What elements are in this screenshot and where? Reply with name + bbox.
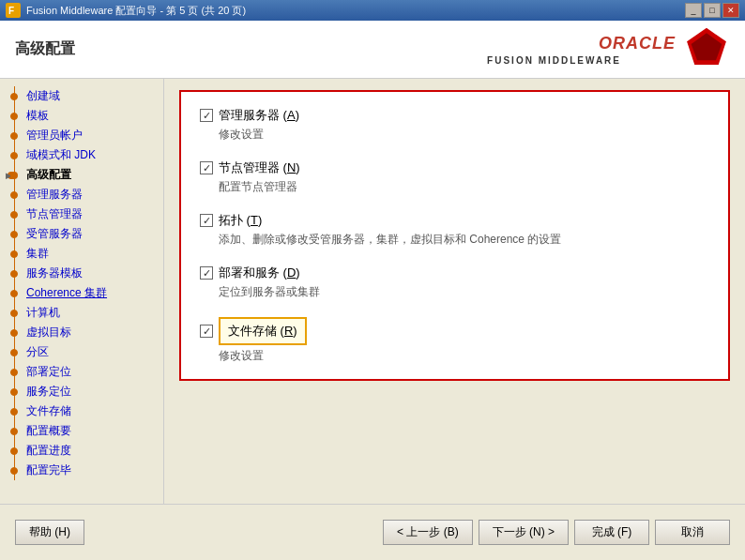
options-box: 管理服务器 (A) 修改设置 节点管理器 (N) 配置节点管理器 bbox=[179, 90, 730, 381]
page-title: 高级配置 bbox=[15, 39, 75, 59]
checkbox-deploy-service[interactable] bbox=[200, 266, 213, 280]
oracle-brand: ORACLE FUSION MIDDLEWARE bbox=[487, 26, 730, 73]
content-area: 创建域 模板 管理员帐户 域模式和 JDK bbox=[0, 79, 745, 504]
sidebar-item-label: Coherence 集群 bbox=[26, 285, 107, 301]
option-admin-server-label: 管理服务器 (A) bbox=[219, 107, 299, 124]
option-header: 拓扑 (T) bbox=[200, 212, 709, 229]
sidebar-item-label: 服务定位 bbox=[26, 384, 71, 400]
app-icon: F bbox=[6, 3, 21, 18]
bottom-left: 帮助 (H) bbox=[15, 520, 84, 545]
option-file-store-desc: 修改设置 bbox=[219, 348, 709, 364]
sidebar-item-config-summary[interactable]: 配置概要 bbox=[0, 421, 163, 441]
option-topology-desc: 添加、删除或修改受管服务器，集群，虚拟目标和 Coherence 的设置 bbox=[219, 232, 709, 248]
sidebar-item-label: 创建域 bbox=[26, 88, 60, 104]
sidebar-item-service-targeting[interactable]: 服务定位 bbox=[0, 382, 163, 401]
sidebar-item-partition[interactable]: 分区 bbox=[0, 342, 163, 362]
checkbox-file-store[interactable] bbox=[200, 325, 213, 338]
sidebar-item-label: 文件存储 bbox=[26, 403, 71, 419]
sidebar-item-label: 配置完毕 bbox=[26, 462, 71, 478]
bottom-bar: 帮助 (H) < 上一步 (B) 下一步 (N) > 完成 (F) 取消 bbox=[0, 504, 745, 560]
sidebar-item-label: 域模式和 JDK bbox=[26, 147, 96, 163]
sidebar-item-label: 计算机 bbox=[26, 305, 60, 321]
sidebar-item-label: 管理服务器 bbox=[26, 187, 83, 203]
sidebar-item-templates[interactable]: 模板 bbox=[0, 106, 163, 126]
sidebar-item-label: 受管服务器 bbox=[26, 226, 83, 242]
sidebar-item-node-manager[interactable]: 节点管理器 bbox=[0, 204, 163, 224]
title-bar-text: Fusion Middleware 配置向导 - 第 5 页 (共 20 页) bbox=[26, 4, 246, 18]
svg-text:F: F bbox=[8, 6, 14, 16]
close-button[interactable]: ✕ bbox=[722, 3, 739, 18]
sidebar-item-label: 配置概要 bbox=[26, 423, 71, 439]
sidebar-item-file-store[interactable]: 文件存储 bbox=[0, 401, 163, 421]
oracle-pentagon-icon bbox=[683, 26, 730, 73]
option-header: 部署和服务 (D) bbox=[200, 265, 709, 281]
option-file-store-highlight: 文件存储 (R) bbox=[219, 317, 307, 345]
sidebar-item-label: 服务器模板 bbox=[26, 265, 83, 281]
sidebar-item-label: 节点管理器 bbox=[26, 206, 83, 222]
checkbox-topology[interactable] bbox=[200, 214, 213, 227]
sidebar-item-admin-account[interactable]: 管理员帐户 bbox=[0, 126, 163, 145]
bottom-right: < 上一步 (B) 下一步 (N) > 完成 (F) 取消 bbox=[383, 520, 730, 545]
header: 高级配置 ORACLE FUSION MIDDLEWARE bbox=[0, 21, 745, 79]
sidebar-item-config-complete[interactable]: 配置完毕 bbox=[0, 461, 163, 480]
option-file-store: 文件存储 (R) 修改设置 bbox=[200, 317, 709, 364]
option-header: 管理服务器 (A) bbox=[200, 107, 709, 124]
option-node-manager: 节点管理器 (N) 配置节点管理器 bbox=[200, 159, 709, 195]
sidebar-item-label: 集群 bbox=[26, 246, 49, 262]
sidebar-item-managed-server[interactable]: 受管服务器 bbox=[0, 224, 163, 244]
sidebar-item-cluster[interactable]: 集群 bbox=[0, 244, 163, 264]
maximize-button[interactable]: □ bbox=[704, 3, 721, 18]
option-admin-server: 管理服务器 (A) 修改设置 bbox=[200, 107, 709, 143]
option-deploy-service-desc: 定位到服务器或集群 bbox=[219, 284, 709, 300]
sidebar-item-deployment-targeting[interactable]: 部署定位 bbox=[0, 362, 163, 382]
sidebar-item-machine[interactable]: 计算机 bbox=[0, 303, 163, 323]
sidebar-item-label: 管理员帐户 bbox=[26, 128, 83, 144]
title-bar-left: F Fusion Middleware 配置向导 - 第 5 页 (共 20 页… bbox=[6, 3, 246, 18]
main-window: 高级配置 ORACLE FUSION MIDDLEWARE bbox=[0, 21, 745, 560]
cancel-button[interactable]: 取消 bbox=[655, 520, 730, 545]
option-deploy-service-label: 部署和服务 (D) bbox=[219, 265, 300, 281]
oracle-text: ORACLE bbox=[599, 34, 676, 53]
oracle-logo: ORACLE FUSION MIDDLEWARE bbox=[487, 26, 730, 73]
sidebar-item-virtual-target[interactable]: 虚拟目标 bbox=[0, 323, 163, 342]
sidebar-item-domain-jdk[interactable]: 域模式和 JDK bbox=[0, 145, 163, 165]
option-node-manager-desc: 配置节点管理器 bbox=[219, 179, 709, 195]
sidebar-item-label: 模板 bbox=[26, 108, 49, 124]
sidebar-item-server-template[interactable]: 服务器模板 bbox=[0, 264, 163, 283]
minimize-button[interactable]: _ bbox=[685, 3, 702, 18]
main-content: 管理服务器 (A) 修改设置 节点管理器 (N) 配置节点管理器 bbox=[164, 79, 745, 504]
checkbox-node-manager[interactable] bbox=[200, 161, 213, 174]
next-button[interactable]: 下一步 (N) > bbox=[479, 520, 569, 545]
oracle-subtitle: FUSION MIDDLEWARE bbox=[487, 55, 621, 66]
sidebar-item-coherence-cluster[interactable]: Coherence 集群 bbox=[0, 283, 163, 303]
sidebar-item-label: 高级配置 bbox=[26, 167, 71, 183]
sidebar-item-label: 分区 bbox=[26, 344, 49, 360]
sidebar-item-advanced-config[interactable]: ▶ 高级配置 bbox=[0, 165, 163, 185]
sidebar-item-admin-server[interactable]: 管理服务器 bbox=[0, 185, 163, 204]
sidebar-item-label: 虚拟目标 bbox=[26, 325, 71, 341]
option-header: 节点管理器 (N) bbox=[200, 159, 709, 176]
back-button[interactable]: < 上一步 (B) bbox=[383, 520, 473, 545]
finish-button[interactable]: 完成 (F) bbox=[574, 520, 649, 545]
option-deploy-service: 部署和服务 (D) 定位到服务器或集群 bbox=[200, 265, 709, 300]
sidebar-item-label: 部署定位 bbox=[26, 364, 71, 380]
sidebar-item-config-progress[interactable]: 配置进度 bbox=[0, 441, 163, 461]
sidebar-item-create-domain[interactable]: 创建域 bbox=[0, 86, 163, 106]
sidebar-item-label: 配置进度 bbox=[26, 443, 71, 459]
option-file-store-label: 文件存储 (R) bbox=[228, 323, 297, 340]
option-admin-server-desc: 修改设置 bbox=[219, 127, 709, 143]
title-bar-controls[interactable]: _ □ ✕ bbox=[685, 3, 739, 18]
option-topology-label: 拓扑 (T) bbox=[219, 212, 262, 229]
checkbox-admin-server[interactable] bbox=[200, 109, 213, 122]
option-node-manager-label: 节点管理器 (N) bbox=[219, 159, 300, 176]
title-bar: F Fusion Middleware 配置向导 - 第 5 页 (共 20 页… bbox=[0, 0, 745, 21]
option-header: 文件存储 (R) bbox=[200, 317, 709, 345]
option-topology: 拓扑 (T) 添加、删除或修改受管服务器，集群，虚拟目标和 Coherence … bbox=[200, 212, 709, 248]
help-button[interactable]: 帮助 (H) bbox=[15, 520, 84, 545]
sidebar: 创建域 模板 管理员帐户 域模式和 JDK bbox=[0, 79, 164, 504]
